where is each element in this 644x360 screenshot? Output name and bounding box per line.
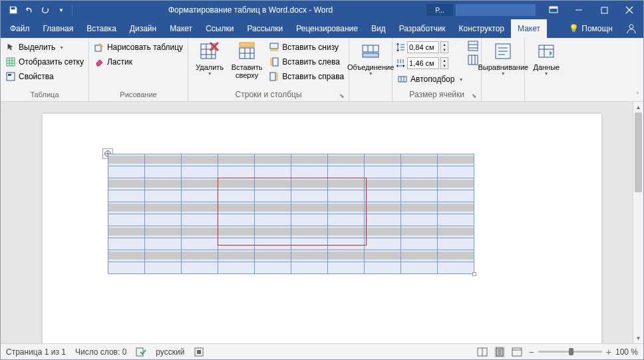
insert-right-label: Вставить справа: [282, 72, 344, 81]
row-height-input[interactable]: [407, 41, 439, 53]
dialog-launcher-icon[interactable]: ⬊: [339, 90, 345, 101]
row-height-field[interactable]: ▲▼: [395, 41, 465, 54]
delete-button[interactable]: Удалить ▼: [191, 39, 228, 77]
spin-up-icon[interactable]: ▲: [441, 58, 448, 63]
svg-rect-11: [270, 43, 278, 49]
spin-down-icon[interactable]: ▼: [441, 47, 448, 53]
tab-design[interactable]: Дизайн: [123, 19, 163, 38]
svg-rect-17: [363, 45, 379, 52]
group-table-label: Таблица: [3, 89, 86, 101]
window-title: Форматирование таблиц в Word.docx - Word: [75, 5, 426, 15]
tab-references[interactable]: Ссылки: [199, 19, 240, 38]
zoom-track[interactable]: [538, 351, 602, 353]
spin-up-icon[interactable]: ▲: [441, 42, 448, 47]
svg-rect-14: [270, 58, 272, 66]
select-button[interactable]: Выделить▼: [3, 41, 86, 54]
insert-right-button[interactable]: Вставить справа: [267, 70, 346, 83]
distribute-rows-icon[interactable]: [468, 41, 478, 51]
macro-icon[interactable]: [194, 347, 204, 357]
tab-table-design[interactable]: Конструктор: [452, 19, 511, 38]
eraser-icon: [94, 57, 104, 67]
qat-dropdown-icon[interactable]: ▼: [54, 3, 69, 17]
col-width-field[interactable]: ▲▼: [395, 57, 465, 70]
insert-below-label: Вставить снизу: [282, 43, 339, 52]
scroll-up-icon[interactable]: ▲: [633, 102, 643, 112]
distribute-cols-icon[interactable]: [468, 55, 478, 65]
table[interactable]: [108, 154, 474, 274]
scroll-thumb[interactable]: [635, 112, 642, 192]
maximize-icon[interactable]: [591, 1, 617, 19]
scroll-down-icon[interactable]: ▼: [633, 333, 643, 343]
tab-table-layout[interactable]: Макет: [511, 19, 547, 38]
col-width-input[interactable]: [407, 57, 439, 69]
svg-rect-12: [270, 49, 278, 51]
insert-left-button[interactable]: Вставить слева: [267, 55, 346, 69]
insert-below-button[interactable]: Вставить снизу: [267, 41, 346, 54]
svg-point-4: [629, 25, 633, 29]
save-icon[interactable]: [6, 3, 21, 17]
dialog-launcher-icon[interactable]: ⬊: [472, 90, 477, 101]
close-icon[interactable]: [617, 1, 642, 19]
web-layout-icon[interactable]: [512, 347, 522, 357]
svg-rect-18: [363, 53, 379, 57]
print-layout-icon[interactable]: [494, 347, 505, 357]
draw-table-button[interactable]: Нарисовать таблицу: [92, 41, 185, 54]
minimize-icon[interactable]: [566, 1, 591, 19]
properties-button[interactable]: Свойства: [3, 70, 86, 83]
insert-left-icon: [269, 57, 279, 67]
tab-layout[interactable]: Макет: [163, 19, 199, 38]
eraser-label: Ластик: [107, 57, 132, 67]
page-indicator[interactable]: Страница 1 из 1: [6, 347, 66, 357]
word-count[interactable]: Число слов: 0: [75, 347, 126, 357]
chevron-down-icon: ▼: [208, 71, 212, 76]
insert-above-button[interactable]: Вставить сверху: [228, 39, 265, 81]
group-merge-label: [352, 89, 389, 101]
delete-label: Удалить: [196, 63, 224, 71]
zoom-thumb[interactable]: [569, 348, 573, 355]
tab-file[interactable]: Файл: [3, 19, 37, 38]
page[interactable]: [43, 114, 601, 343]
resize-handle[interactable]: [472, 272, 476, 276]
zoom-in-icon[interactable]: +: [606, 347, 611, 357]
zoom-value[interactable]: 100 %: [615, 347, 638, 357]
tab-review[interactable]: Рецензирование: [289, 19, 365, 38]
svg-rect-3: [601, 7, 607, 13]
zoom-slider[interactable]: − + 100 %: [529, 347, 638, 357]
tab-view[interactable]: Вид: [365, 19, 393, 38]
data-button[interactable]: Данные ▼: [528, 39, 565, 77]
chevron-down-icon: ▼: [501, 71, 506, 76]
ribbon-options-icon[interactable]: [541, 1, 566, 19]
tab-insert[interactable]: Вставка: [80, 19, 123, 38]
group-merge: Объединение ▼: [349, 38, 393, 101]
account-placeholder: [456, 4, 536, 16]
read-mode-icon[interactable]: [477, 347, 488, 357]
ribbon-tabs: Файл Главная Вставка Дизайн Макет Ссылки…: [1, 19, 643, 38]
zoom-out-icon[interactable]: −: [529, 347, 534, 357]
account-icon[interactable]: [619, 19, 643, 38]
undo-icon[interactable]: [22, 3, 37, 17]
autofit-button[interactable]: Автоподбор▼: [395, 73, 465, 86]
tell-me[interactable]: 💡Помощн: [562, 19, 619, 38]
alignment-button[interactable]: Выравнивание ▼: [484, 39, 522, 77]
eraser-button[interactable]: Ластик: [92, 55, 185, 69]
spin-down-icon[interactable]: ▼: [441, 63, 448, 69]
vertical-scrollbar[interactable]: ▲ ▼: [633, 102, 643, 343]
collapse-ribbon-icon[interactable]: ˄: [636, 91, 639, 98]
svg-rect-13: [273, 58, 278, 66]
spellcheck-icon[interactable]: [136, 347, 146, 357]
svg-rect-5: [7, 73, 15, 81]
width-icon: [395, 58, 406, 69]
svg-rect-24: [136, 348, 143, 356]
data-icon: [536, 41, 557, 62]
redo-icon[interactable]: [38, 3, 53, 17]
tab-mailings[interactable]: Рассылки: [240, 19, 289, 38]
language-indicator[interactable]: русский: [156, 347, 184, 357]
tab-home[interactable]: Главная: [37, 19, 80, 38]
data-label: Данные: [533, 63, 560, 71]
tab-developer[interactable]: Разработчик: [393, 19, 452, 38]
height-icon: [395, 42, 406, 53]
view-gridlines-button[interactable]: Отобразить сетку: [3, 55, 86, 69]
insert-left-label: Вставить слева: [282, 57, 340, 67]
merge-button[interactable]: Объединение ▼: [352, 39, 389, 77]
window-controls: [541, 1, 642, 19]
